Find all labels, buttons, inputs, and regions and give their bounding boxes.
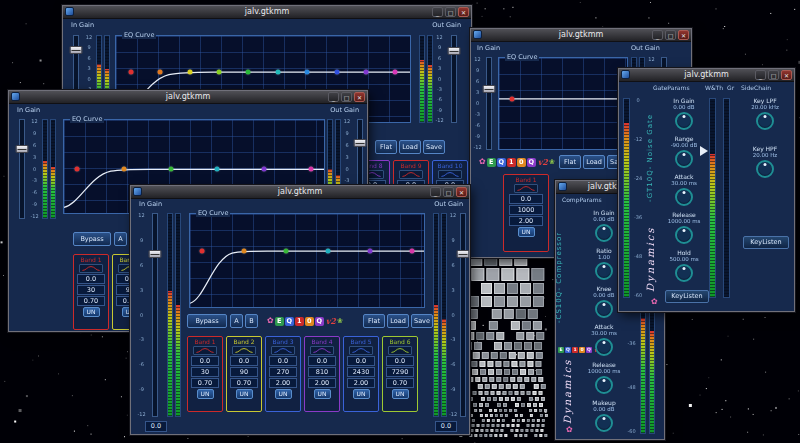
band-q-input[interactable]: 2.00 [308,378,336,388]
band-gain-input[interactable]: 0.0 [308,356,336,366]
flat-button[interactable]: Flat [363,314,385,328]
key-hpf-knob[interactable] [756,160,774,178]
ab-compare-a-button[interactable]: A [230,314,243,328]
titlebar[interactable]: jalv.gtkmm _ □ ✕ [63,6,471,19]
band-freq-input[interactable]: 810 [308,367,336,377]
in-gain-fader[interactable] [148,213,161,417]
titlebar[interactable]: jalv.gtkmm _ □ ✕ [471,29,691,42]
fader-handle[interactable] [353,139,366,147]
maximize-button[interactable]: □ [768,70,779,80]
band-enable-button[interactable]: UN [518,227,535,237]
band-gain-input[interactable]: 0.0 [269,356,297,366]
in-gain-fader[interactable] [15,119,28,219]
window-icon[interactable] [65,7,74,16]
band-enable-button[interactable]: UN [197,389,214,399]
eq-band-handle[interactable] [283,249,288,254]
in-gain-fader[interactable] [483,57,495,150]
ab-compare-a-button[interactable]: A [114,232,127,246]
window-icon[interactable] [558,182,567,191]
filter-type-icon[interactable] [232,346,256,355]
load-button[interactable]: Load [387,314,409,328]
titlebar[interactable]: jalv.gtkmm _ □ ✕ [619,69,794,82]
in-gain-knob[interactable] [595,224,613,242]
band-enable-button[interactable]: UN [236,389,253,399]
minimize-button[interactable]: _ [432,7,443,17]
filter-type-icon[interactable] [193,346,217,355]
filter-type-icon[interactable] [388,346,412,355]
eq-curve-display[interactable]: EQ Curve [189,213,425,308]
eq-band-handle[interactable] [275,70,280,75]
minimize-button[interactable]: _ [430,187,441,197]
eq-band-handle[interactable] [334,70,339,75]
eq-band-handle[interactable] [326,249,331,254]
band-freq-input[interactable]: 7290 [386,367,414,377]
band-q-input[interactable]: 0.70 [77,296,105,306]
makeup-knob[interactable] [595,414,613,432]
out-gain-fader[interactable] [447,35,460,123]
fader-handle[interactable] [69,46,82,54]
filter-type-icon[interactable] [79,264,103,273]
band-enable-button[interactable]: UN [314,389,331,399]
band-q-input[interactable]: 2.00 [269,378,297,388]
eq-band-handle[interactable] [368,249,373,254]
bypass-button[interactable]: Bypass [73,232,111,246]
eq-band-handle[interactable] [393,70,398,75]
eq-band-handle[interactable] [410,249,415,254]
release-knob[interactable] [675,226,693,244]
band-gain-input[interactable]: 0.0 [386,356,414,366]
band-freq-input[interactable]: 2430 [347,367,375,377]
save-button[interactable]: Save [411,314,433,328]
load-button[interactable]: Load [399,140,421,154]
band-q-input[interactable]: 2.00 [509,216,543,226]
eq-band-handle[interactable] [215,167,220,172]
close-button[interactable]: ✕ [678,30,689,40]
eq-band-handle[interactable] [187,70,192,75]
band-gain-input[interactable]: 0.0 [191,356,219,366]
fader-handle[interactable] [457,250,470,258]
band-gain-input[interactable]: 0.0 [230,356,258,366]
window-icon[interactable] [11,92,20,101]
load-button[interactable]: Load [583,155,605,169]
window-icon[interactable] [133,187,142,196]
minimize-button[interactable]: _ [328,92,339,102]
ab-compare-b-button[interactable]: B [245,314,258,328]
band-freq-input[interactable]: 30 [77,285,105,295]
titlebar[interactable]: jalv.gtkmm _ □ ✕ [131,186,469,199]
maximize-button[interactable]: □ [443,187,454,197]
eq-band-handle[interactable] [509,96,514,101]
band-q-input[interactable]: 0.70 [230,378,258,388]
eq-band-handle[interactable] [363,70,368,75]
band-enable-button[interactable]: UN [275,389,292,399]
eq-band-handle[interactable] [305,70,310,75]
band-q-input[interactable]: 2.00 [347,378,375,388]
in-gain-knob[interactable] [675,112,693,130]
window-icon[interactable] [621,70,630,79]
eq-band-handle[interactable] [121,167,126,172]
filter-type-icon[interactable] [271,346,295,355]
fader-handle[interactable] [447,47,460,55]
flat-button[interactable]: Flat [559,155,581,169]
window-icon[interactable] [473,30,482,39]
band-q-input[interactable]: 0.70 [386,378,414,388]
close-button[interactable]: ✕ [781,70,792,80]
in-gain-value-input[interactable]: 0.0 [145,421,167,432]
eq-band-handle[interactable] [246,70,251,75]
minimize-button[interactable]: _ [652,30,663,40]
filter-type-icon[interactable] [514,184,538,193]
filter-type-icon[interactable] [438,170,462,179]
band-q-input[interactable]: 0.70 [191,378,219,388]
eq-band-handle[interactable] [216,70,221,75]
band-freq-input[interactable]: 270 [269,367,297,377]
band-enable-button[interactable]: UN [83,307,100,317]
attack-knob[interactable] [595,338,613,356]
minimize-button[interactable]: _ [755,70,766,80]
threshold-marker-icon[interactable] [700,146,708,156]
save-button[interactable]: Save [423,140,445,154]
filter-type-icon[interactable] [399,170,423,179]
key-listen-button[interactable]: KeyListen [665,290,709,303]
fader-handle[interactable] [15,145,28,153]
band-freq-input[interactable]: 1000 [509,205,543,215]
eq-band-handle[interactable] [262,167,267,172]
band-enable-button[interactable]: UN [392,389,409,399]
eq-band-handle[interactable] [158,70,163,75]
